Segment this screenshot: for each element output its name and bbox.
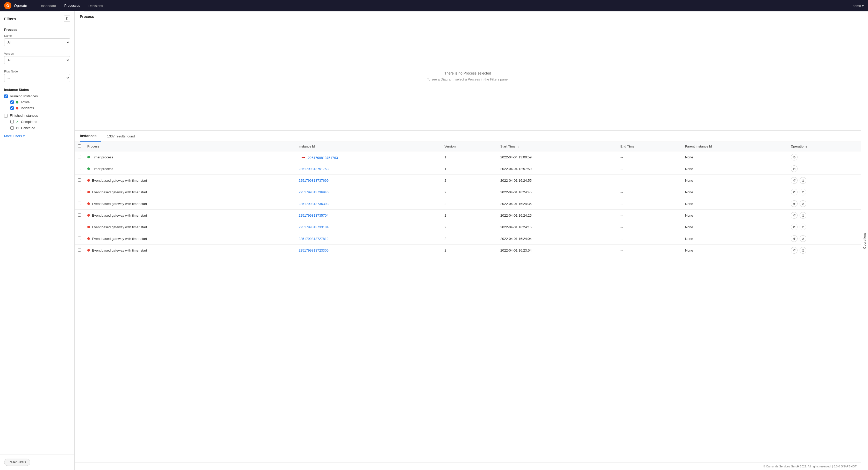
- instance-id-link[interactable]: 2251799813751763: [308, 156, 338, 160]
- cancel-button[interactable]: ⊘: [800, 247, 806, 254]
- select-all-checkbox[interactable]: [78, 144, 81, 148]
- cancel-button[interactable]: ⊘: [800, 177, 806, 184]
- cancel-button[interactable]: ⊘: [800, 189, 806, 195]
- retry-button[interactable]: ↺: [791, 177, 798, 184]
- running-instances-label: Running Instances: [10, 94, 38, 98]
- instance-id-link[interactable]: 2251799813736393: [299, 202, 329, 206]
- cancel-button[interactable]: ⊘: [791, 154, 798, 161]
- nav-decisions[interactable]: Decisions: [84, 0, 107, 11]
- start-time-cell: 2022-04-01 16:24:35: [497, 198, 617, 210]
- finished-instances-checkbox[interactable]: [4, 114, 8, 118]
- running-instances-checkbox[interactable]: [4, 95, 8, 98]
- start-time-column-header[interactable]: Start Time ↓: [497, 142, 617, 152]
- reset-filters-button[interactable]: Reset Filters: [4, 459, 30, 466]
- process-name-select[interactable]: All: [4, 38, 70, 46]
- process-name: Event based gateway with timer start: [92, 213, 147, 217]
- instance-id-cell: →2251799813751763: [296, 152, 441, 163]
- diagram-area: There is no Process selected To see a Di…: [74, 22, 861, 131]
- retry-button[interactable]: ↺: [791, 212, 798, 219]
- user-menu[interactable]: demo ▾: [852, 4, 864, 8]
- completed-checkbox[interactable]: [10, 120, 14, 124]
- nav-processes[interactable]: Processes: [60, 0, 84, 11]
- retry-button[interactable]: ↺: [791, 235, 798, 242]
- cancel-button[interactable]: ⊘: [800, 212, 806, 219]
- operations-tab-label[interactable]: Operations: [863, 232, 866, 249]
- status-dot: [87, 156, 90, 158]
- process-section: Process Name All: [0, 24, 74, 48]
- content-area: Process There is no Process selected To …: [74, 11, 861, 470]
- operations-cell: ↺⊘: [788, 186, 861, 198]
- flow-node-select[interactable]: --: [4, 74, 70, 82]
- flow-node-section: Flow Node --: [0, 66, 74, 84]
- row-checkbox[interactable]: [78, 248, 81, 251]
- flow-node-label: Flow Node: [4, 70, 70, 73]
- instance-id-link[interactable]: 2251799813737699: [299, 178, 329, 182]
- process-name: Event based gateway with timer start: [92, 178, 147, 182]
- row-checkbox[interactable]: [78, 167, 81, 170]
- status-dot: [87, 202, 90, 205]
- row-checkbox[interactable]: [78, 155, 81, 158]
- more-filters-button[interactable]: More Filters ▾: [4, 134, 25, 138]
- process-version-select[interactable]: All: [4, 56, 70, 64]
- instances-tab[interactable]: Instances: [80, 131, 101, 141]
- incidents-status-dot: [16, 107, 19, 109]
- instance-id-link[interactable]: 2251799813751753: [299, 167, 329, 171]
- incidents-checkbox[interactable]: [10, 106, 14, 110]
- process-column-header: Process: [84, 142, 296, 152]
- cancel-button[interactable]: ⊘: [800, 200, 806, 207]
- canceled-label: Canceled: [21, 126, 35, 130]
- operations-cell: ↺⊘: [788, 244, 861, 256]
- instance-id-link[interactable]: 2251799813727812: [299, 237, 329, 241]
- version-column-header: Version: [441, 142, 497, 152]
- active-status-dot: [16, 101, 19, 103]
- row-checkbox[interactable]: [78, 213, 81, 216]
- table-row: Event based gateway with timer start2251…: [74, 175, 861, 186]
- instance-id-link[interactable]: 2251799813733184: [299, 225, 329, 229]
- cancel-button[interactable]: ⊘: [800, 224, 806, 230]
- process-cell: Event based gateway with timer start: [84, 210, 296, 221]
- instance-id-cell: 2251799813723305: [296, 244, 441, 256]
- process-name: Event based gateway with timer start: [92, 202, 147, 206]
- retry-button[interactable]: ↺: [791, 200, 798, 207]
- user-name: demo: [852, 4, 861, 8]
- row-checkbox[interactable]: [78, 237, 81, 240]
- instances-header: Instances 1337 results found: [74, 131, 861, 142]
- operations-cell: ↺⊘: [788, 210, 861, 221]
- sidebar-header: Filters K: [0, 11, 74, 24]
- name-label: Name: [4, 34, 70, 37]
- instance-id-link[interactable]: 2251799813723305: [299, 248, 329, 253]
- end-time-cell: --: [617, 244, 682, 256]
- select-all-header: [74, 142, 84, 152]
- version-cell: 2: [441, 221, 497, 233]
- instance-id-link[interactable]: 2251799813735704: [299, 213, 329, 217]
- retry-button[interactable]: ↺: [791, 189, 798, 195]
- instances-area: Instances 1337 results found Process Ins…: [74, 131, 861, 463]
- no-process-subtext: To see a Diagram, select a Process in th…: [427, 77, 508, 81]
- main-layout: Filters K Process Name All Version All F…: [0, 11, 868, 470]
- cancel-button[interactable]: ⊘: [791, 165, 798, 172]
- ops-buttons: ⊘: [791, 165, 858, 172]
- row-checkbox[interactable]: [78, 178, 81, 182]
- canceled-checkbox[interactable]: [10, 126, 14, 130]
- sidebar-title: Filters: [4, 16, 16, 21]
- instance-id-link[interactable]: 2251799813736946: [299, 190, 329, 194]
- ops-buttons: ↺⊘: [791, 235, 858, 242]
- row-checkbox[interactable]: [78, 225, 81, 228]
- row-checkbox[interactable]: [78, 202, 81, 205]
- process-cell: Event based gateway with timer start: [84, 198, 296, 210]
- row-checkbox[interactable]: [78, 190, 81, 193]
- retry-button[interactable]: ↺: [791, 224, 798, 230]
- nav-dashboard[interactable]: Dashboard: [35, 0, 60, 11]
- retry-button[interactable]: ↺: [791, 247, 798, 254]
- end-time-column-header: End Time: [617, 142, 682, 152]
- operations-cell: ↺⊘: [788, 221, 861, 233]
- table-row: Event based gateway with timer start2251…: [74, 221, 861, 233]
- instance-id-cell: 2251799813733184: [296, 221, 441, 233]
- parent-instance-id-cell: None: [682, 233, 788, 244]
- sidebar: Filters K Process Name All Version All F…: [0, 11, 74, 470]
- cancel-button[interactable]: ⊘: [800, 235, 806, 242]
- sidebar-collapse-button[interactable]: K: [64, 15, 70, 22]
- end-time-cell: --: [617, 233, 682, 244]
- process-cell: Event based gateway with timer start: [84, 175, 296, 186]
- active-checkbox[interactable]: [10, 100, 14, 104]
